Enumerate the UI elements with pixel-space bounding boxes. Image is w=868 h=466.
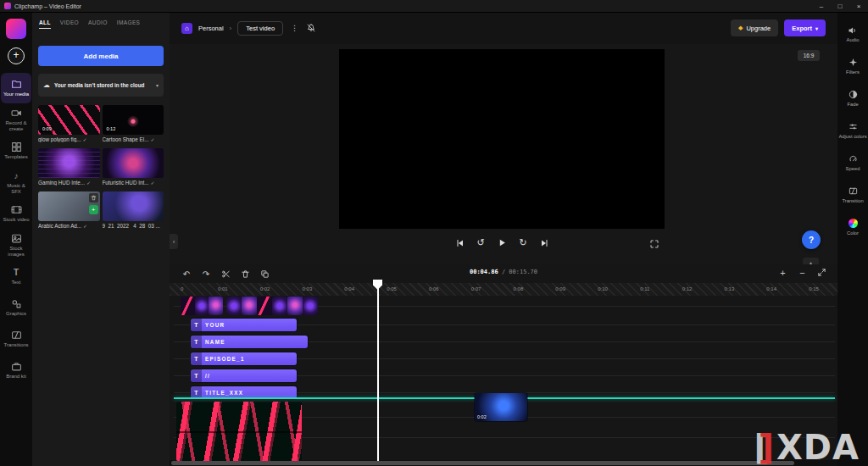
tool-filters[interactable]: Filters (837, 51, 868, 80)
tool-transition[interactable]: Transition (837, 180, 868, 209)
tab-audio[interactable]: AUDIO (88, 19, 108, 29)
delete-media-button[interactable] (89, 193, 98, 202)
rewind-button[interactable]: ↺ (476, 237, 487, 248)
sidebar-item-templates[interactable]: Templates (1, 136, 31, 166)
text-clip[interactable]: T NAME (191, 336, 308, 348)
current-time: 00:04.86 (470, 269, 498, 275)
tool-color[interactable]: Color (837, 212, 868, 241)
film-strip-icon (11, 204, 22, 215)
sidebar-item-stock-video[interactable]: Stock video (1, 198, 31, 229)
skip-to-end-button[interactable] (539, 237, 550, 248)
add-media-button[interactable]: Add media (38, 46, 164, 66)
maximize-button[interactable]: □ (831, 0, 849, 12)
media-label: 9_21_2022_ 4_28_03 ... (103, 223, 164, 229)
transition-split-icon (848, 186, 858, 197)
media-thumbnail[interactable] (103, 148, 164, 178)
media-item[interactable]: 0:12 Cartoon Shape El...✓ (103, 105, 164, 142)
text-t-icon: T (191, 369, 202, 382)
tool-fade[interactable]: Fade (837, 83, 868, 113)
media-thumbnail[interactable] (38, 148, 100, 178)
background-video-clip[interactable] (176, 402, 302, 461)
aspect-ratio-badge[interactable]: 16:9 (798, 50, 820, 61)
sidebar-item-graphics[interactable]: Graphics (1, 292, 31, 323)
timeline-scrollbar[interactable] (170, 460, 837, 466)
media-item[interactable]: + Arabic Action Ad...✓ (38, 191, 100, 229)
workspace-icon[interactable]: ⌂ (181, 23, 192, 34)
ruler-label: 0:10 (598, 286, 608, 291)
overlay-video-clip[interactable]: 0:02 (475, 393, 527, 421)
help-button[interactable]: ? (802, 230, 821, 249)
media-thumbnail[interactable]: 0:12 (103, 105, 164, 135)
ruler-label: 0:11 (640, 286, 649, 291)
video-preview[interactable] (339, 49, 665, 229)
video-clip[interactable] (226, 297, 318, 315)
media-item[interactable]: 9_21_2022_ 4_28_03 ... (103, 191, 164, 229)
export-button[interactable]: Export ▾ (784, 19, 826, 36)
zoom-in-button[interactable]: + (777, 267, 788, 278)
sidebar-item-transitions[interactable]: Transitions (1, 324, 31, 354)
media-thumbnail[interactable] (103, 191, 164, 221)
text-clip[interactable]: T YOUR (191, 319, 297, 331)
timeline-ruler[interactable]: 0 0:01 0:02 0:03 0:04 0:05 0:06 0:07 0:0… (170, 283, 837, 296)
redo-icon[interactable]: ↷ (201, 269, 211, 279)
text-clip[interactable]: T EPISODE_1 (191, 352, 297, 365)
header-actions: ◆ Upgrade Export ▾ (731, 19, 826, 36)
media-thumbnail[interactable]: 0:09 (38, 105, 100, 135)
tool-audio[interactable]: Audio (837, 19, 868, 48)
overflow-menu-button[interactable]: ⋮ (289, 24, 300, 32)
close-button[interactable]: × (849, 0, 868, 12)
project-title-input[interactable]: Test video (237, 21, 283, 36)
skip-to-start-button[interactable] (454, 237, 465, 248)
notifications-off-icon[interactable] (306, 23, 316, 33)
tab-images[interactable]: IMAGES (117, 19, 141, 29)
tool-speed[interactable]: Speed (837, 147, 868, 177)
chevron-down-icon: ▾ (815, 25, 818, 31)
media-label: glow polygon fig...✓ (38, 136, 100, 142)
video-clip[interactable] (181, 297, 223, 315)
tab-all[interactable]: ALL (39, 19, 51, 29)
cloud-notice[interactable]: ☁ Your media isn't stored in the cloud ▾ (38, 74, 164, 97)
add-to-timeline-button[interactable]: + (89, 205, 98, 214)
timeline-tracks: T YOUR T NAME T EPISODE_1 T // T TITLE_X… (170, 296, 837, 460)
sidebar-item-brand-kit[interactable]: Brand kit (1, 355, 31, 386)
briefcase-icon (11, 361, 22, 372)
tab-video[interactable]: VIDEO (60, 19, 79, 29)
sidebar-item-music-sfx[interactable]: ♪ Music & SFX (1, 167, 31, 197)
sidebar-item-your-media[interactable]: Your media (1, 73, 31, 103)
check-icon: ✓ (86, 180, 91, 186)
text-t-icon: T (191, 352, 202, 365)
delete-icon[interactable] (240, 269, 250, 279)
media-item[interactable]: Gaming HUD Inte...✓ (38, 148, 100, 186)
speedometer-icon (848, 154, 858, 164)
minimize-button[interactable]: – (812, 0, 831, 12)
sliders-icon (848, 122, 858, 132)
text-t-icon: T (11, 267, 22, 278)
time-separator: / (498, 269, 509, 275)
play-button[interactable] (497, 237, 508, 248)
upgrade-button[interactable]: ◆ Upgrade (731, 19, 778, 36)
collapse-panel-button[interactable]: ‹ (170, 234, 178, 249)
undo-icon[interactable]: ↶ (181, 269, 192, 279)
sidebar-item-text[interactable]: T Text (1, 261, 31, 291)
tool-adjust-colors[interactable]: Adjust colors (837, 115, 868, 145)
split-scissors-icon[interactable] (220, 269, 231, 279)
zoom-out-button[interactable]: − (797, 267, 808, 278)
watermark-bracket-red-icon: ] (759, 430, 774, 464)
sidebar-item-stock-images[interactable]: Stock images (1, 230, 31, 260)
create-new-button[interactable]: + (8, 47, 25, 64)
media-thumbnail[interactable]: + (38, 191, 100, 221)
media-item[interactable]: 0:09 glow polygon fig...✓ (38, 105, 100, 142)
sidebar-item-record-create[interactable]: Record & create (1, 104, 31, 135)
clipchamp-logo[interactable] (6, 19, 26, 39)
text-clip[interactable]: T // (191, 369, 297, 382)
zoom-fit-button[interactable] (816, 267, 827, 278)
media-item[interactable]: Futuristic HUD Int...✓ (103, 148, 164, 186)
workspace-name[interactable]: Personal (198, 25, 224, 32)
scrollbar-thumb[interactable] (171, 461, 794, 465)
playhead-line[interactable] (377, 281, 379, 461)
ruler-label: 0 (181, 286, 183, 291)
forward-button[interactable]: ↻ (518, 237, 529, 248)
duplicate-icon[interactable] (259, 269, 270, 279)
fullscreen-icon[interactable] (649, 239, 659, 249)
ruler-label: 0:06 (429, 286, 439, 291)
